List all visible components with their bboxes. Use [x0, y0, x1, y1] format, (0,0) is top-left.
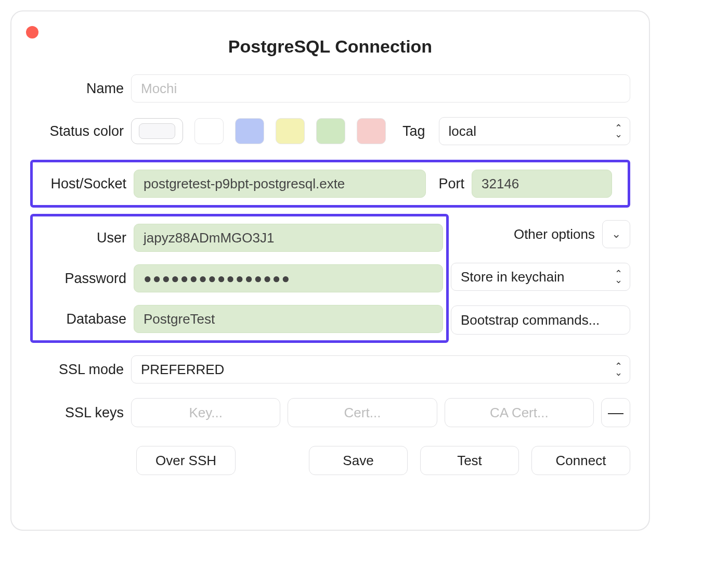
bootstrap-commands-button[interactable]: Bootstrap commands... [451, 305, 630, 335]
host-port-highlight: Host/Socket postgretest-p9bpt-postgresql… [30, 160, 630, 208]
minus-icon: — [608, 404, 623, 421]
ssl-keys-label: SSL keys [30, 405, 124, 421]
credentials-side-column: Other options ⌄ Store in keychain Bootst… [451, 220, 630, 335]
over-ssh-button[interactable]: Over SSH [136, 446, 236, 475]
other-options-toggle[interactable]: ⌄ [602, 220, 630, 248]
updown-icon [615, 362, 622, 377]
password-storage-select[interactable]: Store in keychain [451, 263, 630, 291]
password-input[interactable]: ●●●●●●●●●●●●●●●● [134, 264, 443, 292]
ssl-cert-button[interactable]: Cert... [288, 398, 437, 427]
name-label: Name [30, 81, 124, 97]
color-swatch-green[interactable] [316, 118, 345, 144]
status-color-row: Status color Tag local [30, 117, 630, 145]
tag-label: Tag [402, 123, 425, 139]
color-swatch-blue[interactable] [235, 118, 264, 144]
user-input[interactable]: japyz88ADmMGO3J1 [134, 224, 443, 252]
color-swatch-white[interactable] [194, 118, 224, 144]
other-options-label: Other options [514, 226, 595, 242]
dialog-title: PostgreSQL Connection [11, 36, 649, 57]
ssl-cacert-button[interactable]: CA Cert... [445, 398, 594, 427]
ssl-keys-row: SSL keys Key... Cert... CA Cert... — [30, 398, 630, 427]
password-storage-value: Store in keychain [461, 269, 564, 285]
host-label: Host/Socket [33, 176, 126, 192]
ssl-mode-value: PREFERRED [141, 362, 224, 378]
tag-select-value: local [449, 123, 476, 139]
bootstrap-commands-label: Bootstrap commands... [461, 312, 600, 328]
connection-dialog: PostgreSQL Connection Name Mochi Status … [10, 10, 650, 531]
other-options-row: Other options ⌄ [451, 220, 630, 248]
name-input[interactable]: Mochi [131, 74, 630, 103]
port-label: Port [433, 176, 464, 192]
password-row: Password ●●●●●●●●●●●●●●●● [33, 264, 443, 292]
name-row: Name Mochi [30, 74, 630, 103]
credentials-area: User japyz88ADmMGO3J1 Password ●●●●●●●●●… [30, 214, 630, 343]
footer-buttons: . Over SSH Save Test Connect [30, 446, 630, 475]
ssl-key-button[interactable]: Key... [131, 398, 280, 427]
host-input[interactable]: postgretest-p9bpt-postgresql.exte [134, 170, 426, 198]
user-row: User japyz88ADmMGO3J1 [33, 224, 443, 252]
tag-select[interactable]: local [439, 117, 630, 145]
database-input[interactable]: PostgreTest [134, 305, 443, 333]
remove-ssl-keys-button[interactable]: — [601, 398, 630, 427]
port-input[interactable]: 32146 [472, 170, 612, 198]
updown-icon [615, 123, 622, 139]
status-color-swatches: Tag local [131, 117, 630, 145]
database-row: Database PostgreTest [33, 305, 443, 333]
close-window-button[interactable] [26, 26, 38, 39]
credentials-highlight: User japyz88ADmMGO3J1 Password ●●●●●●●●●… [30, 214, 449, 343]
status-color-label: Status color [30, 123, 124, 139]
ssl-mode-row: SSL mode PREFERRED [30, 355, 630, 383]
ssl-mode-label: SSL mode [30, 362, 124, 378]
test-button[interactable]: Test [420, 446, 519, 475]
color-swatch-red[interactable] [357, 118, 386, 144]
updown-icon [615, 269, 622, 285]
color-swatch-yellow[interactable] [276, 118, 305, 144]
connect-button[interactable]: Connect [531, 446, 630, 475]
connection-form: Name Mochi Status color Tag local [11, 74, 649, 475]
host-row: Host/Socket postgretest-p9bpt-postgresql… [33, 170, 612, 198]
ssl-mode-select[interactable]: PREFERRED [131, 355, 630, 383]
database-label: Database [33, 311, 126, 327]
chevron-down-icon: ⌄ [612, 227, 621, 241]
color-swatch-none[interactable] [131, 118, 183, 144]
password-label: Password [33, 271, 126, 287]
save-button[interactable]: Save [309, 446, 408, 475]
user-label: User [33, 230, 126, 246]
